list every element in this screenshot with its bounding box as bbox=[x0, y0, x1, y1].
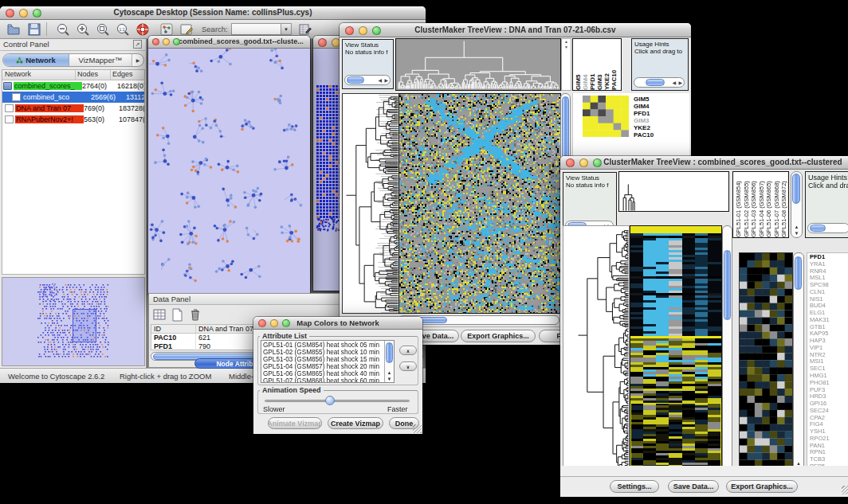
attribute-item[interactable]: GPL51-02 (GSM855) heat shock 10 min bbox=[263, 349, 394, 356]
create-vizmap-button[interactable]: Create Vizmap bbox=[328, 417, 383, 429]
tv2-heatmap-canvas[interactable] bbox=[630, 225, 722, 479]
search-dropdown-button[interactable]: ▼ bbox=[281, 23, 292, 35]
network-row[interactable]: combined_sco2569(6)13112(15) bbox=[2, 92, 144, 103]
scroll-down-icon[interactable]: ▼ bbox=[791, 230, 802, 236]
tv2-usage-scrollbar[interactable] bbox=[807, 223, 848, 233]
close-icon[interactable] bbox=[152, 38, 159, 45]
scroll-right-icon[interactable]: ▶ bbox=[384, 76, 388, 84]
col-header-nodes[interactable]: Nodes bbox=[76, 70, 111, 80]
tv1-row-label[interactable]: PFD1 bbox=[634, 110, 654, 117]
network-row[interactable]: combined_scores_2764(0)16218(0) bbox=[2, 80, 144, 92]
tab-vizmapper[interactable]: VizMapper™ bbox=[69, 54, 132, 66]
tv2-column-label[interactable]: GPL51-06 (GSM865) bbox=[765, 172, 773, 237]
attribute-item[interactable]: GPL51-07 (GSM868) heat shock 60 min bbox=[263, 377, 394, 383]
tv1-row-dendrogram-canvas[interactable] bbox=[342, 93, 399, 314]
tab-overflow-arrow[interactable]: ▶ bbox=[132, 54, 143, 66]
scrollbar-thumb[interactable] bbox=[347, 76, 364, 84]
main-titlebar[interactable]: Cytoscape Desktop (Session Name: collins… bbox=[0, 6, 426, 20]
network-window-1-titlebar[interactable]: combined_scores_good.txt--cluste... bbox=[148, 36, 310, 49]
new-attribute-icon[interactable] bbox=[171, 308, 184, 322]
tv1-usage-scrollbar[interactable]: ◀ ▶ bbox=[634, 77, 685, 88]
tv2-label-vscrollbar[interactable]: ▲ ▼ bbox=[791, 171, 803, 238]
tv1-heatmap-canvas[interactable] bbox=[398, 93, 561, 314]
attribute-listbox[interactable]: GPL51-01 (GSM854) heat shock 05 minGPL51… bbox=[261, 340, 395, 383]
scrollbar-thumb[interactable] bbox=[810, 225, 826, 232]
scroll-down-icon[interactable]: ▼ bbox=[562, 45, 571, 50]
attribute-item[interactable]: GPL51-03 (GSM856) heat shock 15 min bbox=[263, 356, 394, 363]
tv2-gene-vscrollbar[interactable]: ▲ ▼ bbox=[793, 252, 804, 475]
overview-viewport-rect[interactable] bbox=[73, 309, 96, 342]
tv1-row-label[interactable]: PAC10 bbox=[634, 131, 654, 139]
tv1-export-graphics-button[interactable]: Export Graphics... bbox=[461, 330, 536, 342]
scrollbar-thumb[interactable] bbox=[386, 342, 393, 363]
scroll-left-icon[interactable]: ◀ bbox=[672, 79, 676, 87]
zoom-window-icon[interactable] bbox=[593, 158, 602, 167]
tv1-row-label[interactable]: GIM4 bbox=[634, 103, 654, 110]
tv2-column-label[interactable]: GPL51-04 (GSM857) bbox=[758, 172, 766, 237]
tv2-settings-button[interactable]: Settings... bbox=[610, 480, 659, 493]
tv2-column-label[interactable]: GPL51-03 (GSM856) bbox=[750, 172, 758, 237]
col-header-network[interactable]: Network bbox=[2, 70, 76, 80]
treeview1-titlebar[interactable]: ClusterMaker TreeView : DNA and Tran 07-… bbox=[340, 23, 691, 37]
tv2-export-graphics-button[interactable]: Export Graphics... bbox=[726, 480, 798, 493]
zoom-window-icon[interactable] bbox=[173, 38, 180, 45]
tv2-save-data-button[interactable]: Save Data... bbox=[668, 480, 719, 493]
close-icon[interactable] bbox=[318, 38, 327, 47]
network-grid-canvas[interactable] bbox=[316, 84, 343, 232]
animate-vizmap-button[interactable]: Animate Vizmap bbox=[268, 417, 322, 429]
col-header-edges[interactable]: Edges bbox=[111, 70, 144, 80]
zoom-selected-icon[interactable] bbox=[96, 22, 110, 37]
zoom-in-icon[interactable] bbox=[76, 22, 90, 37]
attribute-item[interactable]: GPL51-01 (GSM854) heat shock 05 min bbox=[263, 342, 394, 349]
tv2-row-dendrogram-canvas[interactable] bbox=[563, 225, 630, 479]
animation-slider-track[interactable] bbox=[265, 400, 410, 402]
save-icon[interactable] bbox=[27, 22, 41, 37]
attribute-item[interactable]: GPL51-06 (GSM865) heat shock 40 min bbox=[263, 370, 394, 377]
zoom-window-icon[interactable] bbox=[33, 9, 41, 18]
attribute-move-down-button[interactable]: ∨ bbox=[399, 361, 417, 371]
window-controls[interactable] bbox=[566, 158, 602, 167]
attribute-list-vscrollbar[interactable]: ▲ ▼ bbox=[384, 341, 394, 382]
zoom-window-icon[interactable] bbox=[282, 319, 290, 327]
open-file-icon[interactable] bbox=[6, 22, 21, 37]
float-panel-icon[interactable]: ↗ bbox=[133, 40, 142, 49]
tv1-row-label[interactable]: YKE2 bbox=[634, 124, 654, 131]
scroll-up-icon[interactable]: ▲ bbox=[562, 39, 571, 45]
window-controls[interactable] bbox=[258, 319, 290, 327]
scrollbar-thumb[interactable] bbox=[795, 256, 802, 290]
close-icon[interactable] bbox=[258, 319, 266, 327]
network-graph-canvas[interactable] bbox=[149, 49, 309, 294]
tv1-heatmap-hscrollbar[interactable] bbox=[398, 315, 559, 325]
tv2-column-label[interactable]: GPL51-07 (GSM868) bbox=[773, 172, 781, 237]
tv2-column-label[interactable]: GPL51-08 (GSM872) bbox=[780, 172, 788, 237]
scrollbar-thumb[interactable] bbox=[646, 79, 665, 86]
scrollbar-thumb[interactable] bbox=[792, 174, 800, 204]
resize-grip-icon[interactable] bbox=[842, 486, 848, 494]
window-controls[interactable] bbox=[345, 26, 381, 35]
tv1-status-scrollbar[interactable]: ◀ ▶ bbox=[344, 75, 391, 85]
scroll-up-icon[interactable]: ▲ bbox=[385, 369, 394, 376]
tv2-column-dendrogram-canvas[interactable] bbox=[621, 183, 637, 211]
minimize-icon[interactable] bbox=[19, 9, 28, 18]
attribute-move-up-button[interactable]: ∧ bbox=[399, 346, 417, 355]
tv1-column-dendrogram-canvas[interactable] bbox=[395, 38, 561, 91]
tv2-column-label[interactable]: GPL51-01 (GSM854) bbox=[735, 172, 743, 237]
close-icon[interactable] bbox=[566, 158, 575, 167]
minimize-icon[interactable] bbox=[359, 26, 367, 35]
search-input[interactable] bbox=[231, 23, 281, 35]
network-manager-icon[interactable] bbox=[159, 22, 174, 37]
tv2-column-label[interactable]: GPL51-02 (GSM855) bbox=[743, 172, 751, 237]
treeview2-titlebar[interactable]: ClusterMaker TreeView : combined_scores_… bbox=[560, 156, 848, 170]
annotation-icon[interactable] bbox=[179, 22, 194, 37]
scroll-right-icon[interactable]: ▶ bbox=[678, 79, 682, 87]
scroll-left-icon[interactable]: ◀ bbox=[378, 76, 382, 84]
resize-grip-icon[interactable] bbox=[413, 424, 422, 433]
tv1-column-label[interactable]: YKE2 bbox=[603, 39, 610, 90]
help-lifering-icon[interactable] bbox=[135, 22, 150, 37]
zoom-out-icon[interactable] bbox=[56, 22, 70, 37]
scroll-up-icon[interactable]: ▲ bbox=[791, 224, 802, 230]
scrollbar-thumb[interactable] bbox=[724, 250, 731, 320]
close-icon[interactable] bbox=[345, 26, 354, 35]
minimize-icon[interactable] bbox=[163, 38, 170, 45]
zoom-fit-icon[interactable]: 1:1 bbox=[116, 22, 130, 37]
